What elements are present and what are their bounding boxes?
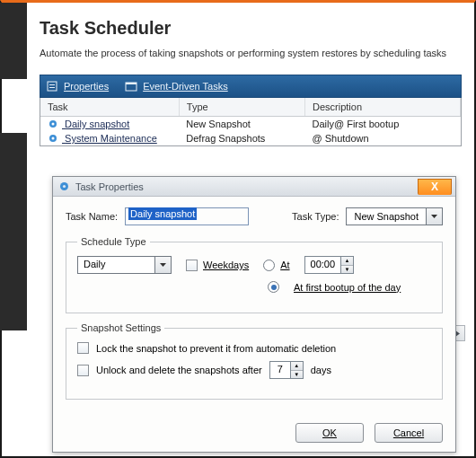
days-spinner[interactable]: 7 ▲▼ bbox=[269, 361, 304, 379]
snapshot-legend: Snapshot Settings bbox=[77, 322, 164, 333]
close-icon: X bbox=[431, 181, 438, 193]
first-bootup-label: At first bootup of the day bbox=[294, 282, 401, 293]
schedule-frequency-select[interactable]: Daily bbox=[77, 256, 172, 274]
weekdays-checkbox[interactable] bbox=[186, 260, 198, 271]
chevron-down-icon: ▼ bbox=[341, 266, 353, 274]
gear-icon bbox=[48, 133, 58, 144]
tab-properties[interactable]: Properties bbox=[46, 80, 109, 92]
table-row[interactable]: Daily snapshot New Snapshot Daily@ First… bbox=[40, 117, 461, 132]
schedule-frequency-value: Daily bbox=[78, 257, 154, 273]
chevron-down-icon bbox=[426, 208, 442, 225]
task-type-value: New Snapshot bbox=[347, 211, 426, 222]
cell-description: @ Shutdown bbox=[305, 131, 461, 145]
cell-description: Daily@ First bootup bbox=[305, 117, 461, 132]
page-subtitle: Automate the process of taking snapshots… bbox=[40, 48, 462, 58]
tab-event-driven-label: Event-Driven Tasks bbox=[143, 81, 228, 92]
svg-rect-4 bbox=[126, 83, 137, 84]
first-bootup-radio[interactable] bbox=[268, 281, 279, 293]
event-driven-icon bbox=[125, 80, 137, 92]
cancel-button[interactable]: Cancel bbox=[375, 423, 443, 443]
chevron-down-icon bbox=[154, 257, 171, 273]
svg-rect-0 bbox=[48, 82, 57, 91]
unlock-delete-label-post: days bbox=[311, 365, 331, 375]
chevron-down-icon: ▼ bbox=[291, 371, 303, 379]
tab-properties-label: Properties bbox=[64, 81, 109, 92]
gear-icon bbox=[48, 119, 58, 129]
task-name-label: Task Name: bbox=[66, 211, 118, 222]
snapshot-settings-group: Snapshot Settings Lock the snapshot to p… bbox=[66, 322, 443, 400]
cell-task: System Maintenance bbox=[65, 133, 157, 144]
left-sidebar-fragment bbox=[0, 133, 27, 330]
chevron-up-icon: ▲ bbox=[291, 362, 303, 371]
dialog-titlebar[interactable]: Task Properties X bbox=[53, 177, 455, 197]
cancel-label: Cancel bbox=[393, 427, 424, 438]
task-type-label: Task Type: bbox=[292, 211, 339, 222]
svg-point-10 bbox=[63, 185, 66, 188]
unlock-delete-label-pre: Unlock and delete the snapshots after bbox=[96, 365, 262, 375]
task-name-input[interactable]: Daily snapshot bbox=[125, 207, 249, 225]
at-time-value: 00:00 bbox=[305, 257, 341, 273]
cell-type: New Snapshot bbox=[179, 117, 304, 132]
at-time-input[interactable]: 00:00 ▲▼ bbox=[304, 256, 355, 274]
cell-task: Daily snapshot bbox=[65, 119, 129, 129]
task-name-value: Daily snapshot bbox=[128, 207, 197, 220]
gear-icon bbox=[58, 181, 70, 192]
svg-point-6 bbox=[52, 123, 55, 126]
task-table: Task Type Description Daily snapshot New… bbox=[40, 98, 462, 146]
at-time-radio[interactable] bbox=[263, 260, 275, 271]
svg-rect-1 bbox=[49, 84, 55, 85]
schedule-type-group: Schedule Type Daily Weekdays At 0 bbox=[66, 236, 443, 313]
tab-event-driven[interactable]: Event-Driven Tasks bbox=[125, 80, 228, 92]
cell-type: Defrag Snapshots bbox=[179, 131, 304, 145]
unlock-delete-checkbox[interactable] bbox=[77, 365, 89, 376]
col-type[interactable]: Type bbox=[179, 98, 304, 117]
days-value: 7 bbox=[270, 362, 290, 378]
ok-label: OK bbox=[322, 427, 337, 438]
dialog-title: Task Properties bbox=[75, 181, 144, 192]
table-row[interactable]: System Maintenance Defrag Snapshots @ Sh… bbox=[40, 131, 461, 145]
schedule-legend: Schedule Type bbox=[77, 236, 150, 247]
at-time-label: At bbox=[280, 260, 289, 270]
col-description[interactable]: Description bbox=[305, 98, 461, 117]
lock-snapshot-checkbox[interactable] bbox=[77, 342, 89, 354]
lock-snapshot-label: Lock the snapshot to prevent it from aut… bbox=[96, 343, 336, 354]
svg-rect-2 bbox=[49, 87, 55, 88]
task-properties-dialog: Task Properties X Task Name: Daily snaps… bbox=[52, 176, 456, 453]
task-type-select[interactable]: New Snapshot bbox=[346, 207, 443, 225]
left-sidebar-fragment bbox=[0, 3, 27, 79]
close-button[interactable]: X bbox=[418, 179, 452, 195]
chevron-up-icon: ▲ bbox=[341, 257, 353, 266]
col-task[interactable]: Task bbox=[40, 98, 179, 117]
toolbar: Properties Event-Driven Tasks bbox=[40, 75, 462, 98]
svg-point-8 bbox=[52, 137, 55, 140]
page-title: Task Scheduler bbox=[40, 18, 462, 39]
ok-button[interactable]: OK bbox=[295, 423, 364, 443]
properties-icon bbox=[46, 80, 58, 92]
weekdays-label: Weekdays bbox=[203, 260, 249, 270]
